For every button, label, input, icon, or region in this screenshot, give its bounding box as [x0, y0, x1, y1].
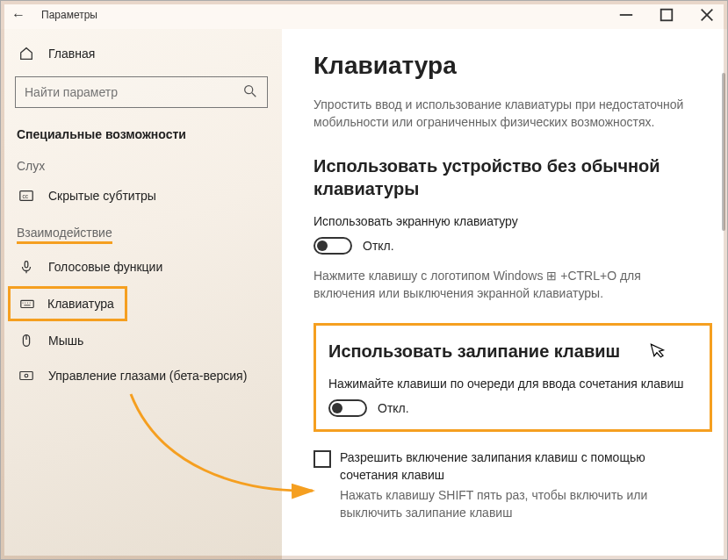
osk-toggle[interactable] [314, 237, 352, 255]
home-icon [17, 44, 36, 63]
sidebar-item-keyboard[interactable]: Клавиатура [11, 289, 125, 319]
sidebar-item-mouse[interactable]: Мышь [1, 323, 282, 358]
svg-rect-10 [21, 300, 33, 307]
sticky-shortcut-checkbox[interactable] [314, 450, 331, 468]
sticky-shortcut-hint: Нажать клавишу SHIFT пять раз, чтобы вкл… [340, 487, 691, 521]
sidebar: Главная Специальные возможности Слух cc … [1, 29, 282, 559]
page-intro: Упростить ввод и использование клавиатур… [314, 96, 691, 132]
osk-label: Использовать экранную клавиатуру [314, 214, 691, 228]
svg-point-4 [245, 85, 253, 93]
window-controls [606, 1, 727, 29]
sidebar-item-label: Клавиатура [47, 297, 114, 311]
svg-rect-18 [20, 372, 32, 380]
titlebar: ← Параметры [1, 1, 727, 29]
content-pane: Клавиатура Упростить ввод и использовани… [282, 29, 727, 559]
category-title: Специальные возможности [1, 118, 282, 147]
search-input[interactable] [25, 85, 242, 99]
sidebar-item-label: Скрытые субтитры [48, 189, 156, 203]
sticky-toggle[interactable] [328, 399, 367, 417]
svg-rect-8 [25, 262, 28, 268]
page-title: Клавиатура [314, 52, 696, 80]
home-nav[interactable]: Главная [1, 36, 282, 71]
svg-point-19 [25, 374, 28, 377]
sticky-shortcut-label: Разрешить включение залипания клавиш с п… [340, 449, 691, 484]
closed-captions-icon: cc [17, 186, 36, 205]
back-button[interactable]: ← [8, 7, 29, 23]
sticky-label: Нажимайте клавиши по очереди для ввода с… [328, 377, 697, 391]
sidebar-item-label: Мышь [48, 334, 83, 348]
close-button[interactable] [687, 1, 727, 29]
svg-line-5 [252, 92, 256, 97]
osk-heading: Использовать устройство без обычной клав… [314, 154, 691, 200]
group-hearing-label: Слух [1, 147, 282, 178]
scrollbar[interactable] [722, 73, 725, 231]
home-label: Главная [48, 47, 95, 61]
sidebar-item-label: Управление глазами (бета-версия) [48, 369, 247, 383]
sticky-keys-section-highlight: Использовать залипание клавиш Нажимайте … [314, 323, 712, 432]
sidebar-item-label: Голосовые функции [48, 260, 162, 274]
mouse-icon [17, 331, 36, 350]
osk-hint: Нажмите клавишу с логотипом Windows ⊞ +C… [314, 267, 691, 303]
maximize-button[interactable] [646, 1, 687, 29]
microphone-icon [17, 257, 36, 276]
sticky-toggle-state: Откл. [378, 401, 409, 415]
search-icon [242, 83, 258, 102]
group-interaction-label: Взаимодействие [1, 213, 282, 249]
keyboard-icon [19, 294, 35, 313]
eye-control-icon [17, 366, 36, 385]
sidebar-item-closed-captions[interactable]: cc Скрытые субтитры [1, 178, 282, 213]
sidebar-item-speech[interactable]: Голосовые функции [1, 249, 282, 284]
search-box[interactable] [15, 76, 268, 108]
svg-text:cc: cc [23, 193, 28, 199]
settings-window: ← Параметры Главная [0, 0, 728, 560]
svg-rect-1 [661, 10, 673, 21]
sidebar-item-eye-control[interactable]: Управление глазами (бета-версия) [1, 358, 282, 393]
osk-toggle-state: Откл. [363, 239, 394, 253]
minimize-button[interactable] [606, 1, 646, 29]
window-title: Параметры [41, 9, 97, 21]
sticky-heading: Использовать залипание клавиш [328, 340, 697, 363]
